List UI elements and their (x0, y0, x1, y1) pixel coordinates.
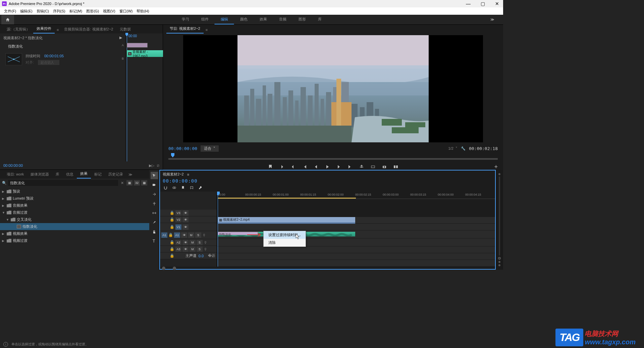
menu-graphics[interactable]: 图形(G) (84, 8, 101, 14)
in-point-button[interactable] (279, 164, 285, 170)
tab-effect-controls[interactable]: 效果控件 (33, 24, 55, 33)
ec-clip-b[interactable]: fx音频素材 - 1967.mp3 (127, 50, 163, 57)
menu-help[interactable]: 帮助(H) (135, 8, 151, 14)
workspace-editing[interactable]: 编辑 (215, 15, 234, 24)
razor-tool[interactable] (151, 200, 158, 207)
tracks-content[interactable]: ▦视频素材2~2.mp4 指数淡化 设置过渡持续时间... 清除 (217, 199, 495, 267)
tab-metadata[interactable]: 元数据 (116, 25, 134, 33)
tab-audio-mixer[interactable]: 音频剪辑混合器: 视频素材2~2 (61, 25, 116, 33)
comparison-button[interactable] (393, 164, 399, 170)
out-point-button[interactable] (290, 164, 296, 170)
tab-project[interactable]: 项目: work (3, 170, 27, 179)
marker-icon2[interactable] (180, 185, 185, 190)
settings-icon2[interactable] (189, 185, 194, 190)
program-viewer[interactable] (183, 35, 483, 142)
add-button[interactable]: + (494, 163, 498, 170)
timeline-ruler[interactable]: 00:0000:00:00:1500:00:01:0000:00:01:1500… (217, 192, 495, 199)
timeline-timecode[interactable]: 00:00:00:00 (163, 178, 198, 184)
lock-icon[interactable]: 🔒 (170, 217, 174, 222)
tree-node[interactable]: ▶视频效果 (0, 230, 149, 237)
tab-program[interactable]: 节目: 视频素材2~2 (166, 24, 204, 33)
solo-indicator[interactable]: S (498, 257, 501, 260)
menu-sequence[interactable]: 序列(S) (51, 8, 67, 14)
program-scrubber[interactable] (168, 153, 498, 162)
close-button[interactable]: ✕ (493, 1, 501, 6)
menu-edit[interactable]: 编辑(E) (18, 8, 35, 14)
a2-mute[interactable]: M (190, 240, 196, 245)
tab-media-browser[interactable]: 媒体浏览器 (27, 170, 52, 179)
ec-icon-1[interactable]: ▶▷ (149, 163, 154, 168)
workspace-assembly[interactable]: 组件 (195, 15, 215, 24)
go-to-in-button[interactable] (302, 164, 308, 170)
snap-icon[interactable] (163, 185, 168, 190)
lift-button[interactable] (359, 164, 365, 170)
play-button[interactable] (324, 164, 330, 170)
v1-toggle[interactable]: 👁 (182, 224, 189, 230)
tree-node[interactable]: ▶Lumetri 预设 (0, 195, 149, 202)
go-to-out-button[interactable] (347, 164, 353, 170)
menu-window[interactable]: 窗口(W) (117, 8, 135, 14)
tree-node[interactable]: ▼音频过渡 (0, 209, 149, 216)
menu-clip[interactable]: 剪辑(C) (35, 8, 51, 14)
pen-tool[interactable] (151, 219, 158, 226)
a3-solo[interactable]: S (197, 247, 203, 252)
v2-target[interactable]: V2 (175, 217, 181, 222)
menu-view[interactable]: 视图(V) (101, 8, 117, 14)
home-button[interactable] (1, 15, 14, 24)
a2-toggle[interactable]: 👁 (182, 240, 189, 245)
tab-source[interactable]: 源:（无剪辑） (3, 25, 33, 33)
zoom-handle-l[interactable] (162, 267, 165, 270)
slip-tool[interactable] (151, 209, 158, 217)
a3-mute[interactable]: M (190, 247, 196, 252)
expand-icon[interactable]: �碁 (208, 253, 215, 258)
menu-clear[interactable]: 清除 (264, 239, 306, 247)
wrench-icon[interactable] (198, 185, 203, 190)
ec-clip-a[interactable] (127, 43, 148, 48)
program-timecode[interactable]: 00:00:00:00 (168, 146, 197, 151)
lock-icon[interactable]: 🔒 (168, 233, 173, 237)
workspace-overflow[interactable]: ≫ (488, 15, 496, 24)
lock-icon[interactable]: 🔒 (170, 254, 174, 258)
a1-solo[interactable]: S (195, 232, 201, 238)
tab-effects-panel[interactable]: 效果 (77, 169, 91, 179)
tab-history[interactable]: 历史记录 (105, 170, 126, 179)
extract-button[interactable] (370, 164, 376, 170)
timeline-menu-icon[interactable]: ≡ (187, 172, 189, 177)
a3-target[interactable]: A3 (175, 247, 181, 252)
ec-timeline[interactable]: 00:00 A fx音频素材 - 1967.mp3 B (126, 33, 163, 161)
filter-btn-2[interactable]: 32 (134, 180, 140, 186)
menu-markers[interactable]: 标记(M) (67, 8, 85, 14)
project-overflow-icon[interactable]: ≫ (126, 171, 135, 179)
v2-toggle[interactable]: 👁 (182, 217, 189, 222)
align-dropdown[interactable]: 起点切入 (38, 60, 59, 65)
v3-toggle[interactable]: 👁 (182, 210, 189, 216)
a1-target[interactable]: A1 (174, 232, 180, 238)
a1-source[interactable]: A1 (161, 232, 167, 238)
fit-dropdown[interactable]: 适合 ˅ (201, 145, 219, 152)
tree-node[interactable]: ▼交叉淡化 (0, 216, 149, 223)
marker-button[interactable] (267, 164, 273, 170)
maximize-button[interactable]: ▢ (479, 1, 487, 6)
minimize-button[interactable]: — (464, 1, 473, 6)
lock-icon[interactable]: 🔒 (170, 247, 174, 251)
filter-btn-1[interactable]: ▦ (126, 180, 132, 186)
v1-target[interactable]: V1 (175, 224, 181, 230)
master-volume[interactable]: 0.0 (199, 254, 204, 258)
track-select-tool[interactable] (151, 181, 158, 189)
tree-node[interactable]: 指数淡化 (0, 223, 149, 230)
step-back-button[interactable] (313, 164, 319, 170)
sequence-name[interactable]: 视频素材2~2 (163, 172, 184, 177)
link-icon[interactable] (171, 185, 177, 190)
workspace-learn[interactable]: 学习 (176, 15, 195, 24)
program-menu-icon[interactable]: ≡ (204, 26, 210, 33)
filter-btn-3[interactable]: ▦ (141, 180, 147, 186)
effects-search-input[interactable] (8, 180, 118, 186)
lock-icon[interactable]: 🔒 (170, 225, 174, 229)
export-frame-button[interactable] (381, 164, 387, 170)
tree-node[interactable]: ▶预设 (0, 188, 149, 195)
v3-target[interactable]: V3 (175, 210, 181, 216)
ec-icon-2[interactable]: ⎚ (157, 163, 159, 168)
tab-info[interactable]: 信息 (63, 170, 77, 179)
tree-node[interactable]: ▶音频效果 (0, 202, 149, 209)
ec-play-icon[interactable]: ▶ (119, 36, 122, 41)
